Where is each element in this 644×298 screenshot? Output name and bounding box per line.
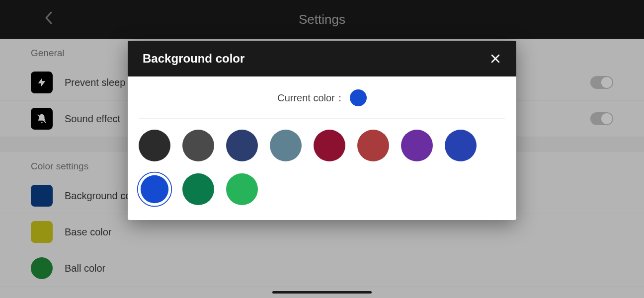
modal-header: Background color (128, 41, 516, 76)
background-color-modal: Background color Current color： (128, 41, 516, 220)
palette-color-1[interactable] (182, 130, 214, 161)
palette-color-9[interactable] (182, 173, 214, 205)
current-color-label: Current color： (277, 91, 345, 105)
current-color-dot (350, 89, 367, 106)
modal-body: Current color： (128, 76, 516, 220)
palette-color-5[interactable] (357, 130, 389, 161)
modal-overlay[interactable]: Background color Current color： (0, 0, 644, 298)
palette-color-2[interactable] (226, 130, 258, 161)
palette-color-10[interactable] (226, 173, 258, 205)
palette-color-0[interactable] (139, 130, 170, 161)
palette-color-8[interactable] (141, 175, 168, 203)
modal-title: Background color (143, 52, 244, 66)
palette-color-3[interactable] (270, 130, 302, 161)
home-indicator (272, 291, 372, 294)
palette-color-6[interactable] (401, 130, 433, 161)
palette-color-4[interactable] (314, 130, 345, 161)
color-palette (139, 119, 505, 205)
palette-color-7[interactable] (445, 130, 477, 161)
current-color-row: Current color： (139, 89, 505, 119)
close-icon[interactable] (489, 53, 501, 65)
